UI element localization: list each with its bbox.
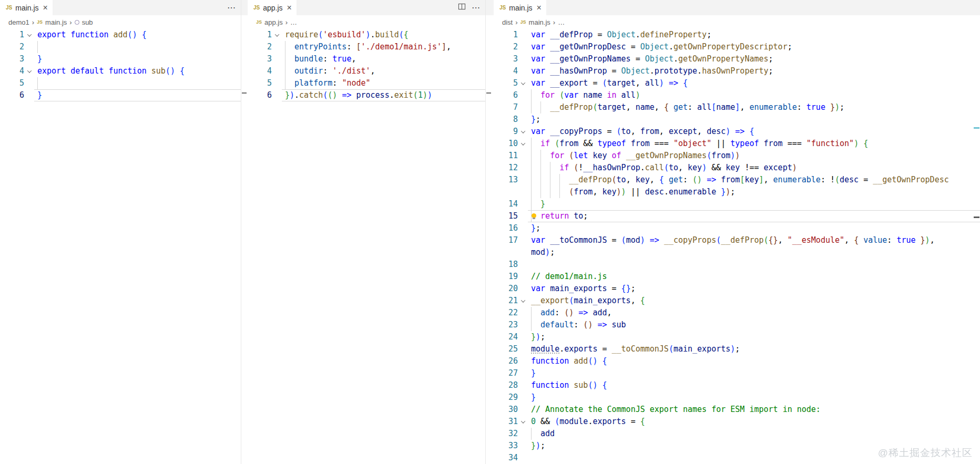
- code-line[interactable]: 2: [0, 41, 241, 53]
- more-actions-icon[interactable]: ⋯: [227, 3, 236, 13]
- code-line[interactable]: 21__export(main_exports, {: [494, 295, 980, 307]
- code-line[interactable]: 5 platform: "node": [248, 77, 485, 89]
- fold-column[interactable]: [272, 65, 282, 77]
- fold-column[interactable]: [518, 77, 528, 89]
- line-number[interactable]: 2: [248, 41, 272, 53]
- fold-column[interactable]: [518, 307, 528, 319]
- code-line[interactable]: 28function sub() {: [494, 379, 980, 391]
- line-number[interactable]: 4: [494, 65, 518, 77]
- fold-column[interactable]: [24, 77, 34, 89]
- line-number[interactable]: 22: [494, 307, 518, 319]
- code-line[interactable]: 4export default function sub() {: [0, 65, 241, 77]
- code-line[interactable]: 1var __defProp = Object.defineProperty;: [494, 29, 980, 41]
- code-line[interactable]: (from, key)) || desc.enumerable });: [494, 186, 980, 198]
- chevron-down-icon[interactable]: [27, 68, 31, 73]
- line-number[interactable]: 32: [494, 428, 518, 440]
- code-line[interactable]: 4 outdir: './dist',: [248, 65, 485, 77]
- line-number[interactable]: 1: [494, 29, 518, 41]
- code-line[interactable]: 14 }: [494, 198, 980, 210]
- fold-column[interactable]: [518, 234, 528, 246]
- code-line[interactable]: 19// demo1/main.js: [494, 271, 980, 283]
- fold-column[interactable]: [24, 41, 34, 53]
- fold-column[interactable]: [24, 89, 34, 101]
- fold-column[interactable]: [518, 379, 528, 391]
- fold-column[interactable]: [518, 53, 528, 65]
- fold-column[interactable]: [518, 283, 528, 295]
- fold-column[interactable]: [518, 138, 528, 150]
- code-line[interactable]: 13 __defProp(to, key, { get: () => from[…: [494, 174, 980, 186]
- line-number[interactable]: 3: [0, 53, 24, 65]
- line-number[interactable]: 25: [494, 343, 518, 355]
- close-icon[interactable]: ×: [43, 4, 48, 12]
- line-number[interactable]: 34: [494, 452, 518, 464]
- code-line[interactable]: 12 if (!__hasOwnProp.call(to, key) && ke…: [494, 162, 980, 174]
- line-number[interactable]: 8: [494, 114, 518, 126]
- fold-column[interactable]: [518, 246, 528, 259]
- code-line[interactable]: 26function add() {: [494, 355, 980, 367]
- lightbulb-icon[interactable]: [532, 213, 537, 219]
- fold-column[interactable]: [272, 29, 282, 41]
- line-number[interactable]: 6: [494, 89, 518, 101]
- line-number[interactable]: 4: [0, 65, 24, 77]
- fold-column[interactable]: [518, 89, 528, 101]
- line-number[interactable]: 20: [494, 283, 518, 295]
- fold-column[interactable]: [518, 222, 528, 234]
- fold-column[interactable]: [518, 259, 528, 271]
- fold-column[interactable]: [518, 295, 528, 307]
- line-number[interactable]: 26: [494, 355, 518, 367]
- line-number[interactable]: 13: [494, 174, 518, 186]
- fold-column[interactable]: [518, 367, 528, 379]
- line-number[interactable]: 16: [494, 222, 518, 234]
- fold-column[interactable]: [518, 126, 528, 138]
- breadcrumb-item[interactable]: JSmain.js: [520, 18, 550, 26]
- line-number[interactable]: 10: [494, 138, 518, 150]
- line-number[interactable]: 28: [494, 379, 518, 391]
- chevron-down-icon[interactable]: [274, 32, 279, 36]
- fold-column[interactable]: [272, 41, 282, 53]
- breadcrumb-item[interactable]: JSmain.js: [37, 18, 67, 26]
- line-number[interactable]: 3: [248, 53, 272, 65]
- code-line[interactable]: 6 for (var name in all): [494, 89, 980, 101]
- code-line[interactable]: 16};: [494, 222, 980, 234]
- line-number[interactable]: 17: [494, 234, 518, 246]
- fold-column[interactable]: [24, 65, 34, 77]
- line-number[interactable]: 2: [494, 41, 518, 53]
- chevron-down-icon[interactable]: [520, 80, 525, 85]
- fold-column[interactable]: [24, 29, 34, 41]
- code-line[interactable]: 7 __defProp(target, name, { get: all[nam…: [494, 101, 980, 114]
- fold-column[interactable]: [518, 198, 528, 210]
- line-number[interactable]: 7: [494, 101, 518, 114]
- editor-sash[interactable]: [485, 0, 494, 464]
- editor[interactable]: 1require('esbuild').build({2 entryPoints…: [248, 29, 485, 464]
- code-line[interactable]: 3var __getOwnPropNames = Object.getOwnPr…: [494, 53, 980, 65]
- code-line[interactable]: 20var main_exports = {};: [494, 283, 980, 295]
- code-line[interactable]: 3}: [0, 53, 241, 65]
- tab[interactable]: JS main.js ×: [0, 0, 53, 15]
- line-number[interactable]: 31: [494, 416, 518, 428]
- line-number[interactable]: 5: [248, 77, 272, 89]
- fold-column[interactable]: [518, 355, 528, 367]
- fold-column[interactable]: [518, 343, 528, 355]
- split-editor-icon[interactable]: [458, 3, 466, 13]
- tab[interactable]: JS app.js ×: [248, 0, 297, 15]
- line-number[interactable]: 3: [494, 53, 518, 65]
- code-line[interactable]: 29}: [494, 391, 980, 404]
- breadcrumb-item[interactable]: sub: [75, 18, 93, 26]
- close-icon[interactable]: ×: [287, 4, 292, 12]
- code-line[interactable]: 4var __hasOwnProp = Object.prototype.has…: [494, 65, 980, 77]
- fold-column[interactable]: [272, 89, 282, 101]
- code-line[interactable]: 6}).catch(() => process.exit(1)): [248, 89, 485, 101]
- code-line[interactable]: 24});: [494, 331, 980, 343]
- line-number[interactable]: 23: [494, 319, 518, 331]
- fold-column[interactable]: [518, 174, 528, 186]
- code-line[interactable]: 23 default: () => sub: [494, 319, 980, 331]
- code-line[interactable]: 22 add: () => add,: [494, 307, 980, 319]
- line-number[interactable]: 27: [494, 367, 518, 379]
- line-number[interactable]: 30: [494, 404, 518, 416]
- fold-column[interactable]: [272, 53, 282, 65]
- code-line[interactable]: 5: [0, 77, 241, 89]
- fold-column[interactable]: [518, 65, 528, 77]
- code-line[interactable]: 18: [494, 259, 980, 271]
- fold-column[interactable]: [518, 416, 528, 428]
- line-number[interactable]: 21: [494, 295, 518, 307]
